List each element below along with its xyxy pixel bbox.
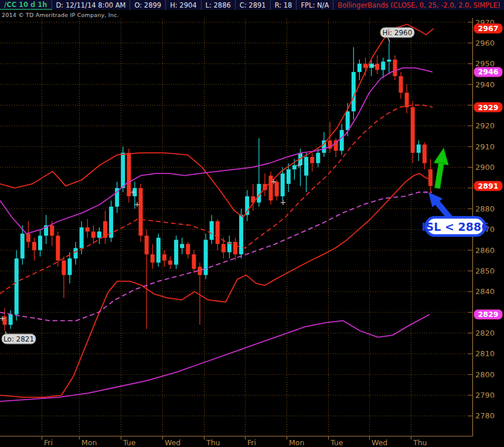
axis-bubble-2946: 2946 (474, 67, 503, 77)
open-value: O: 2899 (130, 0, 166, 10)
low-value: L: 2886 (202, 0, 236, 10)
svg-text:Hi: 2960: Hi: 2960 (383, 29, 413, 37)
svg-text:Mon: Mon (289, 438, 304, 447)
price-chart[interactable]: 2970296029502940293029202910290028902880… (0, 0, 504, 447)
svg-text:2940: 2940 (475, 80, 495, 89)
svg-text:Tue: Tue (122, 438, 136, 447)
svg-text:Wed: Wed (165, 438, 181, 447)
axis-bubble-2891: 2891 (474, 181, 503, 191)
hi-label-bubble: Hi: 2960 (380, 28, 414, 42)
axis-bubble-2929: 2929 (474, 103, 503, 112)
green-up-arrow (430, 147, 451, 189)
svg-text:2900: 2900 (475, 163, 495, 172)
svg-text:Fri: Fri (247, 438, 256, 447)
svg-text:Mon: Mon (81, 438, 97, 447)
svg-text:2929: 2929 (478, 103, 499, 112)
lo-label-bubble: Lo: 2821 (2, 332, 36, 344)
svg-text:2780: 2780 (475, 411, 495, 420)
svg-text:Thu: Thu (206, 438, 220, 447)
svg-text:2840: 2840 (475, 287, 495, 296)
svg-text:Wed: Wed (372, 438, 387, 447)
copyright-text: 2014 © TD Ameritrade IP Company, Inc. (2, 12, 119, 18)
axis-bubble-2829: 2829 (474, 309, 503, 319)
svg-text:2850: 2850 (475, 267, 495, 275)
svg-text:Fri: Fri (44, 438, 53, 447)
axis-bubble-2967: 2967 (474, 23, 503, 33)
svg-text:Tue: Tue (330, 438, 343, 447)
svg-text:2790: 2790 (475, 391, 495, 400)
svg-text:2960: 2960 (475, 39, 495, 47)
svg-text:Thu: Thu (413, 438, 427, 447)
svg-text:2950: 2950 (475, 59, 495, 68)
close-value: C: 2891 (236, 0, 271, 10)
bar-datetime: D: 12/11/14 8:00 AM (52, 0, 131, 10)
chart-window: 2970296029502940293029202910290028902880… (0, 0, 504, 447)
svg-text:2946: 2946 (478, 67, 499, 76)
bollinger-lower-red (0, 173, 433, 397)
range-value: R: 18 (271, 0, 297, 10)
svg-text:2800: 2800 (475, 370, 495, 379)
svg-text:2967: 2967 (478, 24, 499, 33)
study-title[interactable]: BollingerBands (CLOSE, 0, 25, -2.0, 2.0,… (333, 0, 504, 10)
study-overlay-lines (0, 25, 434, 402)
sma-magenta-lower (0, 315, 430, 402)
svg-text:Lo: 2821: Lo: 2821 (4, 335, 34, 343)
svg-text:2920: 2920 (475, 121, 495, 130)
svg-text:2860: 2860 (475, 246, 495, 255)
fpl-value: FPL: N/A (297, 0, 333, 10)
svg-text:2820: 2820 (475, 329, 495, 337)
svg-text:2829: 2829 (478, 310, 499, 319)
chart-header: /CC 10 d 1h D: 12/11/14 8:00 AM O: 2899 … (0, 0, 504, 10)
svg-text:2880: 2880 (475, 204, 495, 213)
symbol-timeframe[interactable]: /CC 10 d 1h (0, 0, 52, 10)
svg-text:2891: 2891 (478, 182, 499, 190)
svg-text:ISL < 2886: ISL < 2886 (422, 220, 489, 233)
data-point-cross-markers (0, 63, 376, 320)
high-value: H: 2904 (166, 0, 201, 10)
svg-text:2810: 2810 (475, 349, 495, 358)
isl-callout[interactable]: ISL < 2886 (422, 217, 489, 236)
svg-text:2910: 2910 (475, 142, 495, 151)
